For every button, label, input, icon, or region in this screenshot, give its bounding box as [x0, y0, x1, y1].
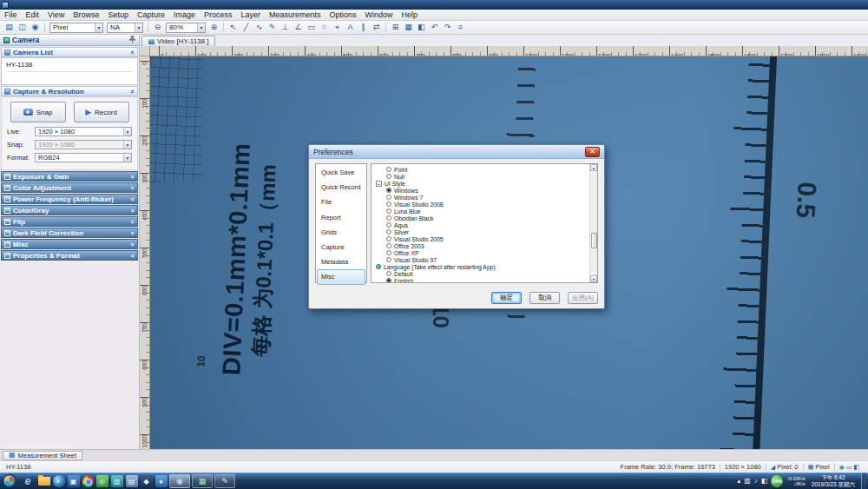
- preferences-option-row[interactable]: Language (Take effect after restarting A…: [374, 263, 597, 270]
- preferences-option-row[interactable]: Office 2003: [374, 242, 597, 249]
- settings-icon[interactable]: ≡: [454, 22, 467, 33]
- section-header-collapsed[interactable]: Exposure & Gain «: [1, 171, 138, 182]
- grid-icon[interactable]: ⊞: [389, 22, 402, 33]
- preferences-option-row[interactable]: Visual Studio 2005: [374, 235, 597, 242]
- chevron-down-icon[interactable]: «: [130, 197, 136, 201]
- zoom-in-icon[interactable]: ⊕: [207, 22, 220, 33]
- chevron-down-icon[interactable]: ▾: [95, 23, 102, 32]
- section-header-collapsed[interactable]: Color Adjustment «: [1, 182, 138, 193]
- ellipse-tool-icon[interactable]: ○: [318, 22, 331, 33]
- pencil-tool-icon[interactable]: ✎: [266, 22, 279, 33]
- record-button[interactable]: ▶ Record: [74, 102, 129, 122]
- zoom-out-icon[interactable]: ⊖: [151, 22, 164, 33]
- section-header-collapsed[interactable]: Power Frequency (Anti-flicker) «: [1, 194, 138, 204]
- dialog-button[interactable]: 确定: [491, 292, 522, 304]
- browse-icon[interactable]: ▦: [402, 22, 415, 33]
- menu-item[interactable]: Edit: [22, 10, 44, 21]
- option-radio-icon[interactable]: [386, 208, 391, 214]
- chevron-down-icon[interactable]: «: [130, 231, 136, 235]
- app-navy-icon[interactable]: ◆: [141, 475, 153, 487]
- preferences-nav-item[interactable]: Capture: [317, 240, 365, 254]
- menu-item[interactable]: File: [0, 10, 22, 21]
- magnifier-icon[interactable]: ◉: [839, 464, 845, 471]
- chevron-down-icon[interactable]: ▾: [123, 128, 131, 135]
- menu-item[interactable]: Options: [326, 10, 361, 21]
- close-icon[interactable]: ✕: [585, 147, 600, 157]
- chevron-down-icon[interactable]: ▾: [135, 23, 142, 32]
- folder-icon[interactable]: [38, 477, 50, 486]
- chevron-down-icon[interactable]: «: [130, 208, 136, 212]
- option-radio-icon[interactable]: [376, 181, 382, 187]
- app-teal-icon[interactable]: ▥: [111, 475, 123, 487]
- preferences-nav-item[interactable]: Metadata: [317, 254, 365, 269]
- preferences-option-row[interactable]: Null: [374, 173, 597, 180]
- section-header-collapsed[interactable]: Misc «: [1, 239, 138, 249]
- preferences-option-row[interactable]: Windows 7: [374, 194, 597, 201]
- chevron-up-icon[interactable]: «: [130, 50, 136, 54]
- chevron-down-icon[interactable]: «: [130, 254, 136, 257]
- menu-item[interactable]: Help: [398, 10, 423, 21]
- camera-utility-icon[interactable]: ◎: [96, 475, 108, 487]
- menu-item[interactable]: Setup: [103, 10, 133, 21]
- preferences-nav-item[interactable]: Grids: [317, 225, 365, 240]
- polyline-tool-icon[interactable]: ∿: [253, 22, 266, 33]
- scrollbar[interactable]: ▴ ▾: [589, 164, 597, 282]
- scrollbar-thumb[interactable]: [591, 233, 597, 248]
- dialog-button[interactable]: 应用(A): [568, 292, 598, 304]
- parallel-tool-icon[interactable]: ∥: [357, 22, 370, 33]
- chevron-down-icon[interactable]: ▾: [123, 141, 131, 149]
- chevron-down-icon[interactable]: «: [130, 175, 136, 178]
- dialog-titlebar[interactable]: Preferences ✕: [309, 145, 604, 159]
- window-titlebar[interactable]: [0, 0, 868, 10]
- preferences-option-row[interactable]: Office XP: [374, 249, 597, 256]
- snap-icon[interactable]: ◉: [29, 22, 42, 33]
- app-blue-icon[interactable]: ▣: [68, 475, 80, 487]
- preferences-nav-item[interactable]: Quick Save: [317, 165, 365, 180]
- preferences-option-row[interactable]: English: [374, 277, 597, 283]
- preferences-option-row[interactable]: Point: [374, 166, 597, 173]
- start-button[interactable]: [3, 474, 16, 488]
- option-radio-icon[interactable]: [386, 188, 391, 193]
- histogram-icon[interactable]: ◧: [853, 464, 859, 471]
- option-radio-icon[interactable]: [386, 250, 391, 255]
- option-radio-icon[interactable]: [386, 278, 391, 283]
- media-player-icon[interactable]: ▸: [53, 475, 65, 487]
- option-radio-icon[interactable]: [386, 222, 391, 228]
- capture-field-combo[interactable]: RGB24 ▾: [35, 153, 132, 162]
- pin-icon[interactable]: [129, 36, 135, 45]
- preferences-option-row[interactable]: Aqua: [374, 221, 597, 228]
- battery-indicator[interactable]: 24%: [771, 475, 783, 487]
- point-tool-icon[interactable]: ⌖: [331, 22, 344, 33]
- preferences-option-row[interactable]: Silver: [374, 228, 597, 235]
- running-app-button[interactable]: ✎: [214, 474, 235, 488]
- section-header-collapsed[interactable]: Color/Gray «: [1, 205, 138, 215]
- menu-item[interactable]: Layer: [237, 10, 266, 21]
- notepad-icon[interactable]: ▤: [126, 475, 138, 487]
- option-radio-icon[interactable]: [376, 264, 381, 269]
- option-radio-icon[interactable]: [386, 271, 391, 276]
- objective-combo[interactable]: NA ▾: [107, 23, 143, 33]
- preferences-option-row[interactable]: Obsidian Black: [374, 215, 597, 221]
- option-radio-icon[interactable]: [386, 257, 391, 262]
- preferences-option-row[interactable]: Default: [374, 270, 597, 277]
- preferences-nav-item[interactable]: File: [317, 195, 365, 209]
- action-center-icon[interactable]: ◧: [761, 477, 768, 486]
- unit-combo[interactable]: Pixel ▾: [49, 23, 103, 33]
- layers-icon[interactable]: ◧: [415, 22, 428, 33]
- chrome-icon[interactable]: [82, 476, 94, 487]
- show-desktop-button[interactable]: [861, 473, 867, 489]
- section-header-collapsed[interactable]: Flip «: [1, 216, 138, 227]
- menu-item[interactable]: Process: [200, 10, 237, 21]
- running-app-button[interactable]: ◉: [169, 474, 190, 488]
- option-radio-icon[interactable]: [386, 243, 391, 248]
- scroll-down-icon[interactable]: ▾: [590, 275, 597, 282]
- chevron-down-icon[interactable]: ▾: [197, 23, 205, 32]
- menu-item[interactable]: Image: [169, 10, 200, 21]
- chevron-down-icon[interactable]: «: [130, 186, 136, 189]
- preferences-option-row[interactable]: Visual Studio 97: [374, 256, 597, 263]
- zoom-combo[interactable]: 80% ▾: [166, 23, 206, 33]
- internet-explorer-icon[interactable]: e: [21, 475, 36, 488]
- rectangle-tool-icon[interactable]: ▭: [305, 22, 318, 33]
- perpendicular-tool-icon[interactable]: ⊥: [279, 22, 292, 33]
- preferences-option-row[interactable]: Luna Blue: [374, 208, 597, 215]
